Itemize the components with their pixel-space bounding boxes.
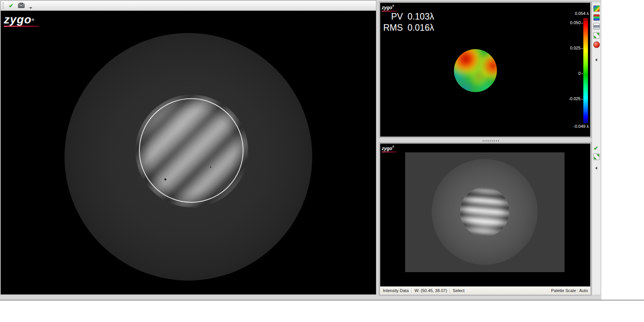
- phase-map[interactable]: [454, 49, 497, 92]
- window-bottom-edge: [0, 300, 644, 301]
- camera-icon: [18, 3, 25, 8]
- right-icon-toolbar: ✔: [592, 2, 601, 295]
- toolbar-grip-handle[interactable]: [3, 2, 4, 9]
- surface-map-content: zygo® PV 0.103λ RMS 0.016λ 0.054 λ 0.050…: [380, 3, 590, 137]
- video-monitor-window: ✔ zygo®: [0, 0, 376, 295]
- status-cursor-coords: W: (50.45, 38.07): [412, 288, 450, 293]
- colorbar-tick: -0.025: [569, 96, 583, 101]
- live-video-canvas[interactable]: zygo®: [1, 11, 376, 294]
- colorbar-tick: 0.025: [570, 46, 583, 50]
- colorbar-tick: 0.050: [570, 20, 583, 25]
- colorbar-min-label: -0.049 λ: [573, 124, 589, 129]
- pv-label: PV: [383, 11, 403, 22]
- status-mode: Select: [450, 288, 467, 293]
- measurement-results: PV 0.103λ RMS 0.016λ: [383, 11, 434, 33]
- rms-value: 0.016λ: [407, 22, 434, 33]
- camera-button[interactable]: [16, 2, 26, 10]
- zygo-logo-underline: [4, 26, 39, 27]
- print-icon[interactable]: [593, 23, 600, 30]
- check-icon: ✔: [9, 2, 14, 9]
- rms-label: RMS: [383, 22, 403, 33]
- zygo-logo-underline: [382, 11, 397, 12]
- video-toolbar: ✔: [1, 1, 376, 11]
- registered-mark: ®: [31, 18, 34, 22]
- collapse-strip-icon[interactable]: [595, 167, 597, 170]
- apply-mask-button[interactable]: ✔: [6, 2, 16, 10]
- phase-map-colors: [454, 49, 497, 92]
- auto-scale-icon[interactable]: [593, 154, 600, 160]
- zygo-logo-underline: [382, 152, 397, 152]
- intensity-map-content: zygo® Intensity Data W: (50.45, 38.07) S…: [380, 144, 590, 294]
- intensity-fringes: [460, 187, 509, 236]
- palette-scale-label: Palette Scale : Auto: [551, 288, 590, 293]
- intensity-vignette: [460, 187, 509, 236]
- surface-plot-icon[interactable]: [593, 5, 600, 12]
- auto-scale-icon[interactable]: [593, 32, 600, 39]
- apply-check-icon[interactable]: ✔: [594, 145, 598, 151]
- colorbar-max-label: 0.054 λ: [575, 11, 589, 16]
- intensity-image[interactable]: [405, 152, 565, 272]
- zygo-logo: zygo®: [382, 4, 397, 12]
- intensity-map-window: zygo® Intensity Data W: (50.45, 38.07) S…: [379, 143, 591, 295]
- collapse-strip-icon[interactable]: [595, 58, 597, 61]
- zygo-logo: zygo®: [4, 13, 39, 27]
- panel-splitter-handle[interactable]: [483, 140, 499, 142]
- pv-value: 0.103λ: [407, 11, 434, 22]
- zygo-logo-text: zygo: [382, 5, 392, 10]
- surface-map-window: zygo® PV 0.103λ RMS 0.016λ 0.054 λ 0.050…: [379, 2, 591, 137]
- registered-mark: ®: [392, 5, 394, 7]
- screenshot-root: ✔ zygo® zygo®: [0, 0, 644, 322]
- status-bar: Intensity Data W: (50.45, 38.07) Select …: [380, 286, 590, 294]
- camera-lens-icon: [20, 4, 23, 7]
- toolbar-overflow-icon[interactable]: [29, 7, 32, 9]
- remove-sphere-icon[interactable]: [593, 41, 600, 48]
- colorbar-gradient: [583, 18, 588, 123]
- registered-mark: ®: [392, 145, 394, 148]
- zygo-logo: zygo®: [382, 145, 397, 152]
- solid-plot-icon[interactable]: [593, 14, 600, 21]
- colorbar-tick: 0: [578, 71, 583, 76]
- status-data-type: Intensity Data: [380, 288, 411, 293]
- zygo-logo-text: zygo: [4, 13, 31, 26]
- zygo-logo-text: zygo: [382, 146, 392, 151]
- aperture-mask-ring[interactable]: [139, 98, 243, 203]
